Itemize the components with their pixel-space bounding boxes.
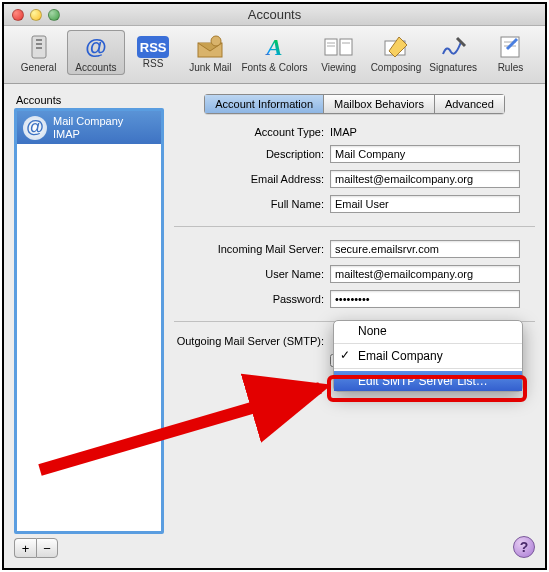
label-incoming: Incoming Mail Server:: [174, 243, 324, 255]
junk-icon: [193, 32, 227, 62]
at-icon: @: [23, 116, 47, 140]
rss-icon: RSS: [137, 36, 169, 58]
general-icon: [22, 32, 56, 62]
toolbar-rules[interactable]: Rules: [482, 30, 539, 75]
toolbar-rules-label: Rules: [498, 62, 524, 73]
dropdown-item-current[interactable]: Email Company: [334, 346, 522, 366]
label-fullname: Full Name:: [174, 198, 324, 210]
label-account-type: Account Type:: [174, 126, 324, 138]
input-username[interactable]: [330, 265, 520, 283]
svg-rect-6: [325, 39, 337, 55]
dropdown-item-edit-smtp[interactable]: Edit SMTP Server List…: [334, 371, 522, 391]
preferences-toolbar: General @ Accounts RSS RSS Junk Mail A F…: [4, 26, 545, 84]
toolbar-viewing[interactable]: Viewing: [310, 30, 367, 75]
toolbar-junk[interactable]: Junk Mail: [182, 30, 239, 75]
sidebar-heading: Accounts: [14, 94, 164, 106]
svg-rect-2: [36, 43, 42, 45]
toolbar-accounts[interactable]: @ Accounts: [67, 30, 124, 75]
input-password[interactable]: [330, 290, 520, 308]
svg-point-5: [211, 36, 221, 46]
toolbar-signatures[interactable]: Signatures: [425, 30, 482, 75]
input-fullname[interactable]: [330, 195, 520, 213]
toolbar-general-label: General: [21, 62, 57, 73]
fonts-icon: A: [258, 32, 292, 62]
input-incoming[interactable]: [330, 240, 520, 258]
smtp-dropdown-menu[interactable]: None Email Company Edit SMTP Server List…: [333, 320, 523, 392]
dropdown-item-none[interactable]: None: [334, 321, 522, 341]
accounts-list[interactable]: @ Mail Company IMAP: [14, 108, 164, 534]
add-remove-controls: + −: [14, 538, 164, 558]
toolbar-signatures-label: Signatures: [429, 62, 477, 73]
dropdown-separator-2: [334, 368, 522, 369]
tab-mailbox-behaviors[interactable]: Mailbox Behaviors: [323, 94, 434, 114]
label-password: Password:: [174, 293, 324, 305]
viewing-icon: [322, 32, 356, 62]
input-description[interactable]: [330, 145, 520, 163]
input-email[interactable]: [330, 170, 520, 188]
remove-account-button[interactable]: −: [36, 538, 58, 558]
toolbar-accounts-label: Accounts: [75, 62, 116, 73]
label-description: Description:: [174, 148, 324, 160]
signatures-icon: [436, 32, 470, 62]
toolbar-viewing-label: Viewing: [321, 62, 356, 73]
toolbar-rss-label: RSS: [143, 58, 164, 69]
preferences-window: Accounts General @ Accounts RSS RSS Junk…: [2, 2, 547, 570]
toolbar-composing-label: Composing: [371, 62, 422, 73]
toolbar-general[interactable]: General: [10, 30, 67, 75]
account-name: Mail Company: [53, 115, 123, 128]
label-username: User Name:: [174, 268, 324, 280]
value-account-type: IMAP: [330, 126, 535, 138]
svg-rect-3: [36, 47, 42, 49]
tab-account-info[interactable]: Account Information: [204, 94, 323, 114]
toolbar-fonts-label: Fonts & Colors: [241, 62, 307, 73]
separator: [174, 226, 535, 227]
account-row[interactable]: @ Mail Company IMAP: [17, 111, 161, 144]
svg-rect-7: [340, 39, 352, 55]
titlebar: Accounts: [4, 4, 545, 26]
svg-rect-1: [36, 39, 42, 41]
add-account-button[interactable]: +: [14, 538, 36, 558]
toolbar-junk-label: Junk Mail: [189, 62, 231, 73]
label-email: Email Address:: [174, 173, 324, 185]
help-button[interactable]: ?: [513, 536, 535, 558]
toolbar-rss[interactable]: RSS RSS: [125, 30, 182, 71]
toolbar-fonts[interactable]: A Fonts & Colors: [239, 30, 310, 75]
accounts-sidebar: Accounts @ Mail Company IMAP + −: [14, 94, 164, 558]
composing-icon: [379, 32, 413, 62]
account-type: IMAP: [53, 128, 123, 141]
dropdown-separator: [334, 343, 522, 344]
tab-bar: Account Information Mailbox Behaviors Ad…: [174, 94, 535, 114]
tab-advanced[interactable]: Advanced: [434, 94, 505, 114]
accounts-icon: @: [79, 32, 113, 62]
window-title: Accounts: [4, 7, 545, 22]
label-smtp: Outgoing Mail Server (SMTP):: [174, 335, 324, 347]
toolbar-composing[interactable]: Composing: [367, 30, 424, 75]
account-text: Mail Company IMAP: [53, 115, 123, 140]
rules-icon: [493, 32, 527, 62]
